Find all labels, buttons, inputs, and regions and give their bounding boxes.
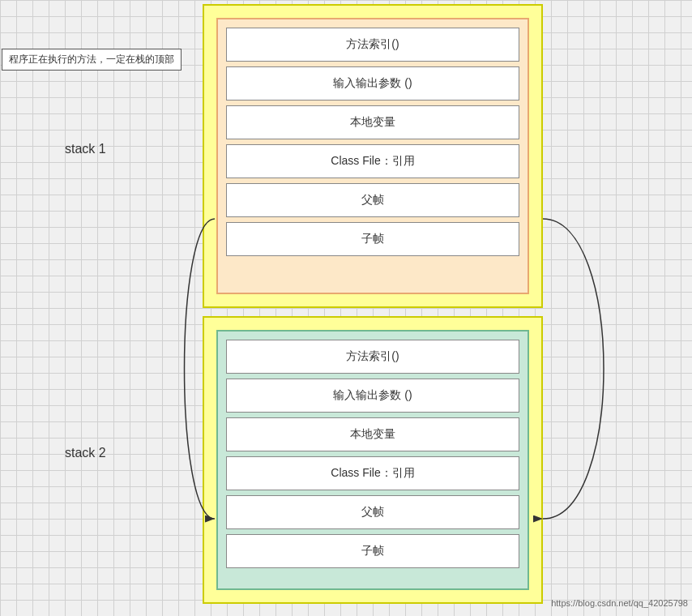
stack2-outer: 方法索引() 输入输出参数 () 本地变量 Class File：引用 父帧 子… — [203, 316, 543, 604]
stack1-row-2: 本地变量 — [226, 105, 519, 139]
stack1-row-1: 输入输出参数 () — [226, 66, 519, 101]
stack2-row-4: 父帧 — [226, 495, 519, 529]
note-text: 程序正在执行的方法，一定在栈的顶部 — [9, 53, 174, 65]
stack2-row-1: 输入输出参数 () — [226, 379, 519, 413]
stack1-outer: 方法索引() 输入输出参数 () 本地变量 Class File：引用 父帧 子… — [203, 4, 543, 308]
stack1-row-5: 子帧 — [226, 222, 519, 256]
stack2-row-3: Class File：引用 — [226, 456, 519, 490]
stack2-label: stack 2 — [65, 446, 106, 460]
stack2-row-0: 方法索引() — [226, 340, 519, 374]
stack1-label: stack 1 — [65, 142, 106, 156]
stack1-row-4: 父帧 — [226, 183, 519, 217]
stack2-row-2: 本地变量 — [226, 417, 519, 451]
arrow-stack1-to-stack2 — [543, 219, 604, 519]
stack1-row-3: Class File：引用 — [226, 144, 519, 178]
stack1-inner: 方法索引() 输入输出参数 () 本地变量 Class File：引用 父帧 子… — [216, 18, 529, 294]
watermark: https://blog.csdn.net/qq_42025798 — [551, 598, 688, 608]
stack2-row-5: 子帧 — [226, 534, 519, 568]
stack2-inner: 方法索引() 输入输出参数 () 本地变量 Class File：引用 父帧 子… — [216, 330, 529, 590]
stack1-row-0: 方法索引() — [226, 28, 519, 62]
note-box: 程序正在执行的方法，一定在栈的顶部 — [2, 49, 182, 71]
